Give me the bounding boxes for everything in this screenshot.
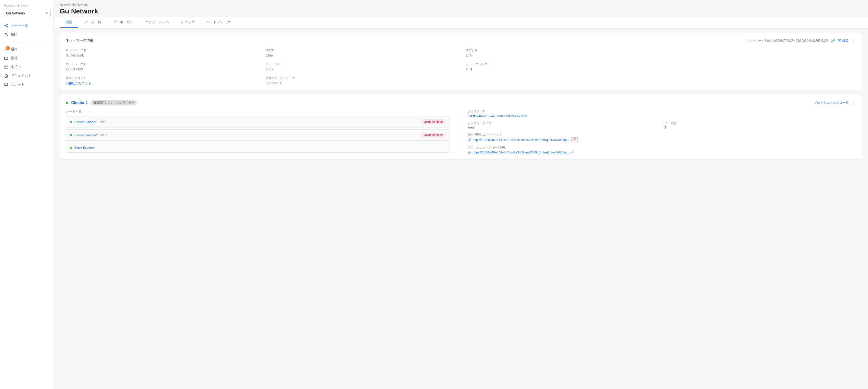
- page-title: Gu Network: [54, 6, 868, 15]
- org-account-label: 組織アカウント: [66, 76, 256, 80]
- link-prefix-icon: 🔗: [468, 138, 471, 142]
- cluster-badge: 自組織アカウントのクラスター: [91, 100, 137, 106]
- chevron-down-icon: ▾: [46, 11, 48, 15]
- currency-name-cell: 通貨名 Ether: [266, 48, 456, 57]
- tab-consortium[interactable]: コンソーシアム: [140, 17, 175, 28]
- copy-uuid-icon[interactable]: 🔗: [831, 39, 835, 42]
- network-id-label: ネットワークID: [66, 62, 256, 66]
- sidebar-item-notifications[interactable]: 5 通知: [0, 45, 54, 54]
- sidebar-item-nodes[interactable]: ノード一覧: [0, 21, 54, 30]
- network-selector[interactable]: Gu Network ▾: [3, 9, 51, 18]
- network-name-value: Gu Network: [66, 53, 256, 57]
- svg-rect-6: [4, 66, 8, 68]
- mail-icon: [4, 56, 8, 60]
- geth-rpc-url[interactable]: https://8108b746-e151-4431-bf4c-3d0b0ea7…: [473, 138, 570, 142]
- svg-point-0: [7, 24, 7, 25]
- node-status-dot: [70, 134, 72, 136]
- latest-hardfork-label: 最新のハードフォーク: [266, 76, 456, 80]
- network-info-actions: ネットワーク Uuid: ce300107-7a17-465d-9a30-0d6…: [747, 38, 856, 43]
- svg-point-1: [5, 25, 6, 26]
- chain-id-label: チェーンID: [266, 62, 456, 66]
- cluster-id-row: クラスターID 8108b746-e151-4431-bf4c-3d0b0ea7…: [468, 109, 856, 118]
- node-count-value: 2: [664, 125, 856, 129]
- sidebar-documents-label: ドキュメント: [11, 73, 31, 78]
- cluster-left: ノード一覧 Cluster 1-node-1 #987 Validator No…: [66, 109, 456, 155]
- card-icon: [4, 65, 8, 69]
- block-explorer-name[interactable]: Block Explorer: [74, 146, 95, 149]
- cluster-more-options-icon[interactable]: ⋮: [851, 100, 856, 106]
- cluster-type-row: クラスタータイプ small ノード数 2: [468, 121, 856, 129]
- block-explorer-url-row: ブロックエクスプローラURL 🔗 https://8108b746-e151-4…: [468, 146, 856, 154]
- more-options-icon[interactable]: ⋮: [851, 38, 856, 43]
- sidebar-item-permissions[interactable]: 権限: [0, 30, 54, 39]
- network-name-cell: ネットワーク名 Gu Network: [66, 48, 256, 57]
- block-explorer-item[interactable]: Block Explorer: [66, 143, 450, 153]
- sidebar-item-support[interactable]: サポート: [0, 80, 54, 89]
- currency-symbol-value: ETH: [466, 53, 656, 57]
- node-2-badge: Validator Node: [421, 132, 446, 138]
- tab-hardfork[interactable]: ハードフォーク: [200, 17, 236, 28]
- sidebar-item-payments[interactable]: 支払い: [0, 63, 54, 71]
- network-info-header: ネットワーク情報 ネットワーク Uuid: ce300107-7a17-465d…: [66, 38, 856, 43]
- share-icon: [4, 24, 8, 28]
- svg-line-4: [6, 25, 7, 25]
- tab-bar: 概要 ノード一覧 プロポーザル コンソーシアム デバッグ ハードフォーク: [54, 17, 868, 28]
- sidebar-item-documents[interactable]: ドキュメント: [0, 71, 54, 80]
- person-icon: [4, 32, 8, 37]
- cluster-title: Cluster 1: [71, 100, 88, 105]
- node-cluster-label: ノード/クラスター: [466, 62, 656, 66]
- svg-point-5: [5, 33, 7, 34]
- cluster-title-area: Cluster 1 自組織アカウントのクラスター: [66, 100, 137, 106]
- cluster-status-dot: [66, 101, 68, 104]
- latest-hardfork-value: London - 0: [266, 81, 456, 85]
- cluster-content: ノード一覧 Cluster 1-node-1 #987 Validator No…: [66, 109, 856, 155]
- node-2-id: #987: [100, 133, 107, 137]
- geth-rpc-label: Geth RPC エンドポイント: [468, 132, 856, 137]
- block-explorer-dot: [70, 147, 72, 149]
- main-content: Network: Gu Network Gu Network 概要 ノード一覧 …: [54, 0, 868, 389]
- sidebar-notifications-label: 通知: [11, 47, 18, 52]
- block-explorer-endpoint-row: 🔗 https://8108b746-e151-4431-bf4c-3d0b0e…: [468, 150, 856, 154]
- svg-line-3: [6, 26, 7, 27]
- tab-overview[interactable]: 概要: [60, 17, 78, 28]
- network-info-grid: ネットワーク名 Gu Network 通貨名 Ether 通貨記号 ETH ネッ…: [66, 48, 856, 86]
- cluster-type-cell: クラスタータイプ small: [468, 121, 659, 129]
- current-network-label: 現在のネットワーク: [0, 4, 54, 9]
- node-2-name[interactable]: Cluster 1-node-2: [74, 133, 98, 137]
- node-status-dot: [70, 121, 72, 123]
- cluster-type-value: small: [468, 125, 659, 129]
- node-count-label: ノード数: [664, 121, 856, 125]
- node-item-left: Cluster 1-node-1 #987: [70, 120, 107, 124]
- copy-geth-rpc-icon[interactable]: [571, 138, 578, 142]
- network-selector-name: Gu Network: [6, 11, 25, 15]
- chat-icon: [4, 83, 8, 87]
- network-info-card: ネットワーク情報 ネットワーク Uuid: ce300107-7a17-465d…: [60, 33, 862, 91]
- tab-nodes[interactable]: ノード一覧: [78, 17, 107, 28]
- chain-id-cell: チェーンID 1337: [266, 62, 456, 71]
- cluster-right: クラスターID 8108b746-e151-4431-bf4c-3d0b0ea7…: [466, 109, 856, 155]
- content-area: ネットワーク情報 ネットワーク Uuid: ce300107-7a17-465d…: [54, 28, 868, 164]
- node-list-title: ノード一覧: [66, 109, 450, 114]
- node-item: Cluster 1-node-1 #987 Validator Node: [66, 116, 450, 127]
- cluster-id-label: クラスターID: [468, 109, 856, 114]
- copy-block-explorer-icon[interactable]: [571, 150, 575, 154]
- sidebar-item-invitations[interactable]: 招待: [0, 54, 54, 63]
- org-account-value[interactable]: 1組織アカウント: [66, 81, 256, 86]
- node-1-name[interactable]: Cluster 1-node-1: [74, 120, 98, 124]
- block-explorer-url[interactable]: https://8108b746-e151-4431-bf4c-3d0b0ea7…: [473, 151, 570, 154]
- block-explorer-url-label: ブロックエクスプローラURL: [468, 146, 856, 150]
- cluster-id-value[interactable]: 8108b746-e151-4431-bf4c-3d0b0ea72539: [468, 114, 856, 118]
- notification-badge: 5: [6, 46, 10, 50]
- tab-proposals[interactable]: プロポーザル: [107, 17, 140, 28]
- edit-button[interactable]: 編集: [838, 38, 849, 43]
- tab-debug[interactable]: デバッグ: [175, 17, 200, 28]
- uuid-value: ce300107-7a17-465d-9a30-0d6a7d0f0a53: [773, 39, 828, 42]
- bell-icon: 5: [4, 47, 8, 52]
- chain-id-value: 1337: [266, 67, 456, 71]
- cluster-actions: ブロックエクスプローラ ⋮: [814, 100, 856, 106]
- currency-symbol-cell: 通貨記号 ETH: [466, 48, 656, 57]
- cluster-type-label: クラスタータイプ: [468, 121, 659, 125]
- network-id-cell: ネットワークID 276313420: [66, 62, 256, 71]
- network-info-title: ネットワーク情報: [66, 38, 93, 43]
- block-explorer-link[interactable]: ブロックエクスプローラ: [814, 100, 849, 105]
